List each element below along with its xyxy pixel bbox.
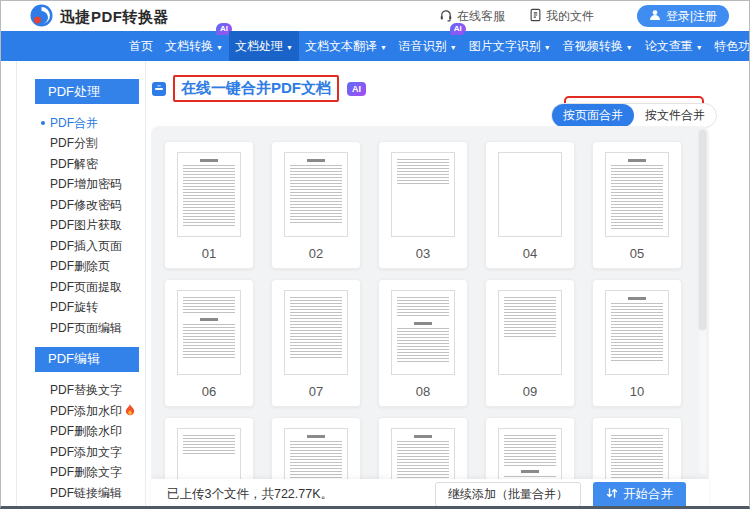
nav-item-label: 文档转换 — [165, 38, 213, 55]
sidebar-item-PDF页面提取[interactable]: PDF页面提取 — [17, 277, 145, 298]
sidebar-item-PDF页面编辑[interactable]: PDF页面编辑 — [17, 318, 145, 339]
nav-item-7[interactable]: 论文查重▼ — [639, 31, 709, 61]
sidebar-item-label: PDF解密 — [50, 156, 98, 173]
mode-button-按页面合并[interactable]: 按页面合并 — [552, 104, 634, 127]
mode-button-按文件合并[interactable]: 按文件合并 — [634, 104, 716, 127]
sidebar-item-PDF增加密码[interactable]: PDF增加密码 — [17, 175, 145, 196]
page-preview — [498, 290, 562, 375]
sidebar-item-PDF添加水印[interactable]: PDF添加水印 — [17, 401, 145, 422]
annotation-box-title: 在线一键合并PDF文档 — [173, 75, 339, 102]
nav-item-8[interactable]: 特色功能▼新 — [709, 31, 750, 61]
page-number: 10 — [593, 384, 681, 399]
page-content-segment — [504, 435, 556, 467]
page-preview — [177, 152, 241, 237]
nav-item-label: 文档处理 — [235, 38, 283, 55]
nav-item-0[interactable]: 首页 — [123, 31, 159, 61]
sidebar-item-label: PDF添加水印 — [50, 403, 122, 420]
page-content-segment — [521, 470, 540, 473]
sidebar-item-label: PDF删除文字 — [50, 464, 122, 481]
nav-item-6[interactable]: 音视频转换▼ — [557, 31, 639, 61]
sidebar-section-header-1[interactable]: PDF编辑 — [35, 347, 139, 372]
chevron-down-icon: ▼ — [696, 44, 703, 51]
logo[interactable]: 迅捷PDF转换器 — [29, 3, 169, 32]
sidebar-item-PDF图片获取[interactable]: PDF图片获取 — [17, 216, 145, 237]
sidebar-item-PDF添加文字[interactable]: PDF添加文字 — [17, 442, 145, 463]
nav-item-1[interactable]: 文档转换▼AI — [159, 31, 229, 61]
sidebar-item-label: PDF合并 — [50, 115, 98, 132]
page-thumbnail-06[interactable]: 06 — [164, 279, 254, 407]
sidebar-item-PDF合并[interactable]: PDF合并 — [17, 113, 145, 134]
my-files-link[interactable]: 我的文件 — [529, 8, 594, 25]
page-thumbnail-09[interactable]: 09 — [485, 279, 575, 407]
page-content-segment — [397, 159, 449, 184]
page-content-segment — [307, 435, 326, 438]
page-thumbnail-02[interactable]: 02 — [271, 141, 361, 269]
page-preview — [177, 290, 241, 375]
chevron-down-icon: ▼ — [380, 44, 387, 51]
file-icon — [529, 8, 542, 25]
chevron-down-icon: ▼ — [450, 44, 457, 51]
page-number: 03 — [379, 246, 467, 261]
footer-bar: 已上传3个文件，共722.77K。 继续添加（批量合并） 开始合并 — [151, 479, 709, 509]
page-preview — [391, 152, 455, 237]
sidebar-item-PDF旋转[interactable]: PDF旋转 — [17, 298, 145, 319]
main-nav: 首页文档转换▼AI文档处理▼文档文本翻译▼语音识别▼AI图片文字识别▼音视频转换… — [1, 31, 749, 61]
chevron-down-icon: ▼ — [286, 44, 293, 51]
page-thumbnail-04[interactable]: 04 — [485, 141, 575, 269]
sidebar-item-PDF替换文字[interactable]: PDF替换文字 — [17, 381, 145, 402]
nav-item-3[interactable]: 文档文本翻译▼ — [299, 31, 393, 61]
page-content-segment — [611, 165, 663, 229]
page-thumbnail-03[interactable]: 03 — [378, 141, 468, 269]
sidebar-item-PDF删除页[interactable]: PDF删除页 — [17, 257, 145, 278]
page-thumbnail-08[interactable]: 08 — [378, 279, 468, 407]
online-service-label: 在线客服 — [457, 8, 505, 25]
top-header: 迅捷PDF转换器 在线客服 我的文件 登录|注册 — [1, 1, 749, 31]
document-icon — [151, 81, 167, 97]
page-number: 01 — [165, 246, 253, 261]
sidebar-section-header-0[interactable]: PDF处理 — [35, 79, 139, 104]
page-content-segment — [628, 297, 647, 300]
page-preview — [605, 152, 669, 237]
scrollbar[interactable] — [699, 130, 706, 474]
sidebar-item-PDF链接编辑[interactable]: PDF链接编辑 — [17, 483, 145, 504]
nav-item-label: 图片文字识别 — [469, 38, 541, 55]
sidebar-item-PDF解密[interactable]: PDF解密 — [17, 154, 145, 175]
page-thumbnail-01[interactable]: 01 — [164, 141, 254, 269]
sidebar-item-label: PDF添加文字 — [50, 444, 122, 461]
page-thumbnail-05[interactable]: 05 — [592, 141, 682, 269]
login-register-button[interactable]: 登录|注册 — [637, 5, 729, 27]
sidebar-item-PDF修改密码[interactable]: PDF修改密码 — [17, 195, 145, 216]
page-content-segment — [183, 297, 235, 314]
merge-arrows-icon — [606, 487, 618, 502]
sidebar-item-PDF删除水印[interactable]: PDF删除水印 — [17, 422, 145, 443]
nav-item-2[interactable]: 文档处理▼ — [229, 31, 299, 61]
sidebar-item-label: PDF删除页 — [50, 258, 110, 275]
start-merge-button[interactable]: 开始合并 — [593, 482, 686, 508]
user-icon — [649, 9, 661, 24]
page-content-segment — [397, 328, 449, 362]
nav-item-5[interactable]: 图片文字识别▼ — [463, 31, 557, 61]
thumbnails-grid: 010203040506070809101112131415 — [164, 141, 682, 509]
page-preview — [284, 290, 348, 375]
page-number: 05 — [593, 246, 681, 261]
page-number: 07 — [272, 384, 360, 399]
scrollbar-thumb[interactable] — [699, 130, 706, 330]
sidebar-item-label: PDF增加密码 — [50, 176, 122, 193]
page-content-segment — [183, 324, 235, 361]
ai-badge: AI — [347, 82, 366, 96]
logo-icon — [29, 3, 54, 32]
page-thumbnail-07[interactable]: 07 — [271, 279, 361, 407]
sidebar-item-PDF分割[interactable]: PDF分割 — [17, 134, 145, 155]
page-thumbnail-10[interactable]: 10 — [592, 279, 682, 407]
sidebar-item-label: PDF修改密码 — [50, 197, 122, 214]
page-content-segment — [397, 297, 449, 318]
continue-add-button[interactable]: 继续添加（批量合并） — [435, 482, 581, 507]
nav-item-4[interactable]: 语音识别▼AI — [393, 31, 463, 61]
page-preview — [498, 152, 562, 237]
sidebar-section-list-0: PDF合并PDF分割PDF解密PDF增加密码PDF修改密码PDF图片获取PDF插… — [17, 113, 145, 339]
online-service-link[interactable]: 在线客服 — [439, 8, 505, 25]
start-merge-label: 开始合并 — [623, 486, 673, 503]
sidebar-item-PDF插入页面[interactable]: PDF插入页面 — [17, 236, 145, 257]
sidebar-item-PDF删除文字[interactable]: PDF删除文字 — [17, 463, 145, 484]
my-files-label: 我的文件 — [546, 8, 594, 25]
